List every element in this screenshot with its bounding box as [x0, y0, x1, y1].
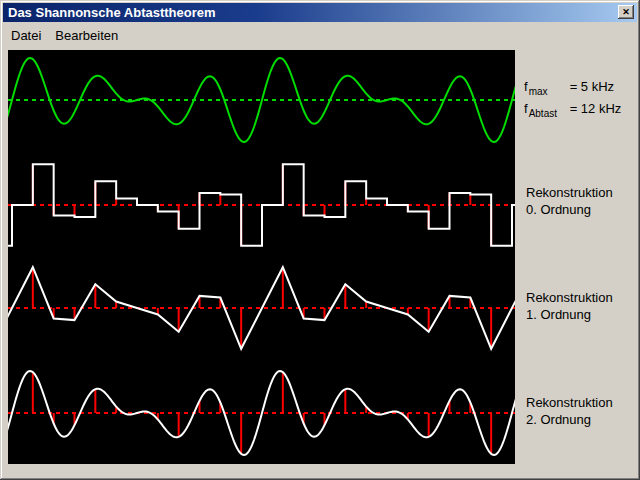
signal-plot-canvas [8, 50, 515, 464]
close-icon: ✕ [622, 8, 630, 17]
window-title: Das Shannonsche Abtasttheorem [3, 5, 216, 20]
f-abtast-label: fAbtast = 12 kHz [524, 100, 621, 122]
title-bar[interactable]: Das Shannonsche Abtasttheorem ✕ [3, 3, 637, 22]
label-reconstruction-0: Rekonstruktion 0. Ordnung [526, 184, 613, 218]
label-text: Rekonstruktion [526, 394, 613, 411]
menu-item-datei[interactable]: Datei [5, 26, 47, 45]
label-text: Rekonstruktion [526, 289, 613, 306]
menu-bar: Datei Bearbeiten [3, 22, 637, 48]
label-text: 2. Ordnung [526, 411, 613, 428]
menu-item-bearbeiten[interactable]: Bearbeiten [49, 26, 124, 45]
label-reconstruction-1: Rekonstruktion 1. Ordnung [526, 289, 613, 323]
app-window: Das Shannonsche Abtasttheorem ✕ Datei Be… [0, 0, 640, 480]
label-text: Rekonstruktion [526, 184, 613, 201]
f-max-label: fmax = 5 kHz [524, 78, 621, 100]
label-reconstruction-2: Rekonstruktion 2. Ordnung [526, 394, 613, 428]
frequency-info: fmax = 5 kHz fAbtast = 12 kHz [524, 78, 621, 122]
close-button[interactable]: ✕ [618, 5, 634, 19]
label-text: 1. Ordnung [526, 306, 613, 323]
label-text: 0. Ordnung [526, 201, 613, 218]
